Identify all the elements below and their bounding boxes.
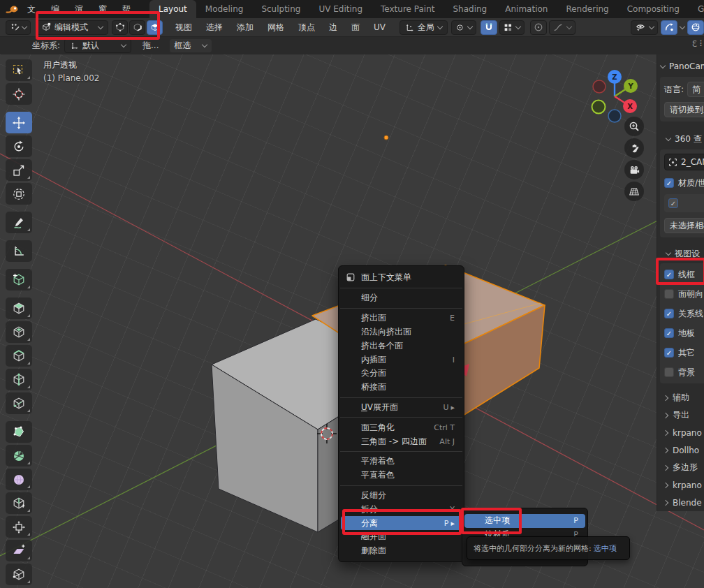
tool-spin[interactable] — [6, 445, 32, 466]
show-gizmo-button[interactable] — [661, 20, 677, 35]
proportional-edit-button[interactable] — [530, 20, 547, 35]
tool-add-cube[interactable] — [6, 269, 32, 291]
context-menu-item[interactable]: 删除面 — [339, 544, 464, 558]
pivot-point-dropdown[interactable] — [451, 20, 476, 35]
collapsed-section-3[interactable]: Dollho — [663, 441, 704, 459]
viewport-menu-face[interactable]: 面 — [344, 18, 367, 36]
show-overlays-button[interactable] — [687, 20, 704, 35]
axis-neg-y-ball[interactable] — [592, 101, 606, 114]
context-menu-item[interactable]: 分离P — [341, 516, 462, 530]
editor-type-button[interactable] — [6, 20, 31, 35]
tab-layout[interactable]: Layout — [149, 0, 196, 18]
viewport-menu-vertex[interactable]: 顶点 — [291, 18, 322, 36]
menu-file[interactable]: 文件 — [20, 0, 43, 18]
tool-inset-faces[interactable] — [6, 321, 32, 343]
tab-uv-editing[interactable]: UV Editing — [309, 0, 372, 18]
tab-sculpting[interactable]: Sculpting — [252, 0, 309, 18]
tool-measure[interactable] — [6, 240, 32, 262]
collapsed-section-5[interactable]: krpano — [663, 476, 704, 494]
falloff-dropdown[interactable] — [549, 20, 575, 35]
submenu-item[interactable]: 选中项P — [464, 514, 585, 528]
pan-hand-button[interactable] — [624, 138, 644, 158]
context-menu-item[interactable]: 反细分 — [339, 489, 464, 503]
tool-box-select[interactable] — [6, 59, 32, 81]
collapsed-section-6[interactable]: Blende — [663, 494, 704, 511]
edge-select-button[interactable] — [129, 20, 145, 35]
viewport-menu-edge[interactable]: 边 — [322, 18, 344, 36]
view-setting-4[interactable]: 其它 — [664, 343, 704, 362]
collapsed-section-2[interactable]: krpano — [663, 424, 704, 441]
viewport-menu-view[interactable]: 视图 — [168, 18, 199, 36]
tool-poly-build[interactable] — [6, 421, 32, 443]
tool-move[interactable] — [6, 112, 32, 133]
tool-shrink-fatten[interactable] — [6, 516, 32, 538]
context-menu-item[interactable]: 拆分Y — [339, 502, 464, 516]
context-menu-item[interactable]: 挤出各个面 — [339, 339, 464, 353]
context-menu-item[interactable]: 平直着色 — [339, 469, 464, 483]
context-menu-item[interactable]: 内插面I — [339, 353, 464, 367]
section-header-view-settings[interactable]: 视图设 — [661, 247, 704, 260]
tool-rotate[interactable] — [6, 135, 32, 157]
tool-edge-slide[interactable] — [6, 492, 32, 514]
tab-shading[interactable]: Shading — [443, 0, 496, 18]
no-camera-button[interactable]: 未选择相机 — [664, 218, 704, 233]
tab-geometry-nodes[interactable]: Geometry Nodes — [689, 0, 704, 18]
view-setting-5[interactable]: 背景 — [664, 362, 704, 382]
snap-target-dropdown[interactable] — [499, 20, 525, 35]
tab-texture-paint[interactable]: Texture Paint — [372, 0, 443, 18]
context-menu-item[interactable]: 三角面 -> 四边面Alt J — [339, 434, 464, 448]
gray-checkbox[interactable] — [668, 198, 678, 208]
custom-orientation-dropdown[interactable]: 默认 — [64, 38, 131, 53]
context-menu-item[interactable]: 细分 — [339, 291, 464, 305]
menu-edit[interactable]: 编辑 — [43, 0, 67, 18]
context-menu-item[interactable]: 桥接面 — [339, 381, 464, 395]
mode-dropdown[interactable]: 编辑模式 — [36, 20, 108, 35]
view-setting-1[interactable]: 面朝向 — [664, 284, 704, 304]
view-setting-2[interactable]: 关系线 — [664, 304, 704, 323]
tab-rendering[interactable]: Rendering — [557, 0, 617, 18]
menu-window[interactable]: 窗口 — [91, 0, 115, 18]
context-menu-item[interactable]: 融并面 — [339, 530, 464, 544]
menu-help[interactable]: 帮助 — [115, 0, 138, 18]
view-setting-3[interactable]: 地板 — [664, 323, 704, 343]
axis-neg-z-ball[interactable] — [608, 110, 621, 122]
tab-animation[interactable]: Animation — [496, 0, 557, 18]
viewport-menu-add[interactable]: 添加 — [230, 18, 261, 36]
camera-view-button[interactable] — [624, 160, 644, 179]
viewport-menu-uv[interactable]: UV — [367, 18, 393, 36]
face-select-button[interactable] — [147, 20, 163, 35]
material-world-checkbox[interactable]: 材质/世界 — [664, 173, 704, 193]
context-menu-item[interactable]: 沿法向挤出面 — [339, 325, 464, 339]
viewport-menu-select[interactable]: 选择 — [199, 18, 230, 36]
select-mode-dropdown[interactable]: 框选 — [169, 38, 212, 53]
tool-annotate[interactable] — [6, 212, 32, 233]
collapsed-section-1[interactable]: 导出 — [663, 406, 704, 424]
tool-cursor-3d[interactable] — [6, 83, 32, 105]
perspective-ortho-button[interactable] — [624, 182, 644, 201]
language-dropdown[interactable]: 简 — [687, 82, 704, 97]
tool-transform[interactable] — [6, 183, 32, 205]
transform-orientation-dropdown[interactable]: 全局 — [399, 20, 448, 35]
tab-compositing[interactable]: Compositing — [618, 0, 689, 18]
panel-header-panocam[interactable]: PanoCama — [661, 60, 704, 73]
menu-render[interactable]: 渲染 — [67, 0, 91, 18]
context-menu-item[interactable]: 平滑着色 — [339, 455, 464, 469]
show-hide-dropdown[interactable] — [631, 20, 658, 35]
tool-smooth[interactable] — [6, 469, 32, 490]
view-setting-0[interactable]: 线框 — [664, 265, 704, 284]
tool-rip-region[interactable] — [6, 564, 32, 585]
section-header-360[interactable]: 360 查 — [661, 133, 704, 145]
context-menu-item[interactable]: 挤出面E — [339, 311, 464, 325]
tool-shear[interactable] — [6, 540, 32, 561]
switch-object-button[interactable]: 请切换到对 — [664, 102, 704, 117]
vertex-select-button[interactable] — [112, 20, 128, 35]
zoom-button[interactable] — [624, 117, 644, 136]
3d-viewport[interactable]: 用户透视 (1) Plane.002 Z Y X — [0, 54, 704, 588]
viewport-menu-mesh[interactable]: 网格 — [261, 18, 291, 36]
editor-corner-icon[interactable]: Ɛ⠸ — [692, 39, 702, 49]
axis-neg-x-ball[interactable] — [593, 80, 606, 93]
collapsed-section-0[interactable]: 辅助 — [663, 389, 704, 406]
collapsed-section-4[interactable]: 多边形 — [663, 459, 704, 476]
tool-knife[interactable] — [6, 392, 32, 414]
tab-modeling[interactable]: Modeling — [196, 0, 253, 18]
